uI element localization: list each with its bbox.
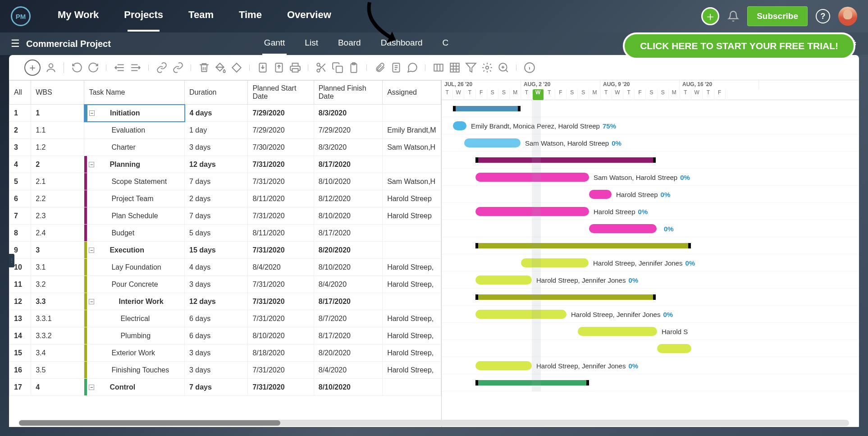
table-row[interactable]: 11−Initiation4 days7/29/20208/3/2020 <box>9 105 441 122</box>
gantt-bar[interactable]: Emily Brandt, Monica Perez, Harold Stree… <box>453 121 466 130</box>
attachment-icon[interactable] <box>374 62 386 73</box>
gantt-bar[interactable] <box>453 106 521 111</box>
add-task-button[interactable]: ＋ <box>24 60 41 76</box>
link-icon[interactable] <box>156 62 168 73</box>
gantt-bar[interactable]: Harold Streep0% <box>589 190 612 199</box>
table-row[interactable]: 42−Planning12 days7/31/20208/17/2020 <box>9 156 441 173</box>
table-row[interactable]: 174−Control7 days7/31/20208/10/2020 <box>9 379 441 396</box>
zoom-fit-icon[interactable] <box>433 62 444 73</box>
table-row[interactable]: 52.1Scope Statement7 days7/31/20208/10/2… <box>9 173 441 190</box>
col-planned-start-date[interactable]: Planned Start Date <box>248 81 314 105</box>
gantt-bar[interactable]: Harold S <box>578 327 657 336</box>
gantt-bar[interactable]: Harold Streep0% <box>475 207 589 216</box>
tab-gantt[interactable]: Gantt <box>264 38 285 50</box>
collapse-icon[interactable]: − <box>89 110 95 116</box>
gantt-bar[interactable] <box>475 157 656 163</box>
export-icon[interactable] <box>273 62 285 73</box>
horizontal-scrollbar[interactable] <box>19 420 442 426</box>
nav-team[interactable]: Team <box>188 9 214 23</box>
table-row[interactable]: 103.1Lay Foundation4 days8/4/20208/10/20… <box>9 259 441 276</box>
gantt-bar[interactable]: Harold Streep, Jennifer Jones0% <box>521 258 589 267</box>
paste-icon[interactable] <box>348 62 360 73</box>
tab-board[interactable]: Board <box>338 38 361 50</box>
table-row[interactable]: 72.3Plan Schedule7 days7/31/20208/10/202… <box>9 207 441 225</box>
paint-icon[interactable] <box>215 62 226 73</box>
user-icon[interactable] <box>45 62 57 73</box>
collapse-icon[interactable]: − <box>89 299 94 304</box>
table-row[interactable]: 153.4Exterior Work3 days8/18/20208/20/20… <box>9 344 441 362</box>
table-row[interactable]: 21.1Evaluation1 day7/29/20207/29/2020Emi… <box>9 122 441 139</box>
svg-rect-3 <box>292 69 298 72</box>
collapse-icon[interactable]: − <box>89 248 94 253</box>
gantt-row: Harold Streep, Jennifer Jones0% <box>442 254 859 271</box>
user-avatar[interactable] <box>838 7 857 26</box>
cta-banner[interactable]: CLICK HERE TO START YOUR FREE TRIAL! <box>623 32 855 60</box>
grid-icon[interactable] <box>449 62 461 73</box>
notifications-icon[interactable] <box>727 10 739 22</box>
table-row[interactable]: 123.3−Interior Work12 days7/31/20208/17/… <box>9 293 441 310</box>
gantt-bar[interactable] <box>475 380 589 386</box>
gantt-row <box>442 100 859 117</box>
gantt-label: Harold Streep, Jennifer Jones0% <box>536 276 638 284</box>
gantt-bar[interactable]: 0% <box>589 224 657 233</box>
table-row[interactable]: 113.2Pour Concrete3 days7/31/20208/4/202… <box>9 276 441 293</box>
col-duration[interactable]: Duration <box>185 81 248 105</box>
quick-add-button[interactable]: ＋ <box>701 7 719 25</box>
gantt-bar[interactable]: Sam Watson, Harold Streep0% <box>464 138 521 147</box>
col-planned-finish-date[interactable]: Planned Finish Date <box>314 81 382 105</box>
info-icon[interactable] <box>524 62 535 73</box>
unlink-icon[interactable] <box>172 62 184 73</box>
trash-icon[interactable] <box>198 62 210 73</box>
undo-icon[interactable] <box>71 62 83 73</box>
col-task-name[interactable]: Task Name <box>84 81 185 105</box>
redo-icon[interactable] <box>87 62 99 73</box>
gantt-bar[interactable]: Harold Streep, Jennifer Jones0% <box>475 310 566 319</box>
app-logo[interactable]: PM <box>11 6 31 26</box>
hamburger-icon[interactable]: ☰ <box>11 38 20 50</box>
print-icon[interactable] <box>289 62 301 73</box>
table-row[interactable]: 93−Execution15 days7/31/20208/20/2020 <box>9 242 441 259</box>
gantt-bar[interactable] <box>657 344 691 353</box>
gantt-row: Harold Streep, Jennifer Jones0% <box>442 271 859 289</box>
gantt-bar[interactable]: Sam Watson, Harold Streep0% <box>475 173 589 182</box>
collapse-icon[interactable]: − <box>89 385 94 390</box>
nav-time[interactable]: Time <box>239 9 262 23</box>
milestone-icon[interactable] <box>231 62 242 73</box>
col-all[interactable]: All <box>9 81 31 105</box>
tab-list[interactable]: List <box>305 38 318 50</box>
col-wbs[interactable]: WBS <box>31 81 84 105</box>
table-row[interactable]: 133.3.1Electrical6 days7/31/20208/7/2020… <box>9 310 441 327</box>
nav-projects[interactable]: Projects <box>124 9 163 23</box>
task-grid[interactable]: AllWBSTask NameDurationPlanned Start Dat… <box>9 80 442 427</box>
notes-icon[interactable] <box>390 62 402 73</box>
table-row[interactable]: 62.2Project Team2 days8/11/20208/12/2020… <box>9 190 441 207</box>
zoom-icon[interactable] <box>498 62 509 73</box>
table-row[interactable]: 143.3.2Plumbing6 days8/10/20208/17/2020H… <box>9 327 441 344</box>
top-nav: PM My WorkProjectsTeamTimeOverview ＋ Sub… <box>0 0 868 32</box>
gantt-row: 0% <box>442 220 859 237</box>
import-icon[interactable] <box>257 62 269 73</box>
gantt-bar[interactable] <box>475 294 656 300</box>
splitter-handle[interactable]: ⋮ <box>9 254 14 267</box>
nav-overview[interactable]: Overview <box>287 9 331 23</box>
cut-icon[interactable] <box>315 62 327 73</box>
comment-icon[interactable] <box>407 62 418 73</box>
table-row[interactable]: 82.4Budget5 days8/11/20208/17/2020 <box>9 225 441 242</box>
subscribe-button[interactable]: Subscribe <box>747 6 808 26</box>
nav-my-work[interactable]: My Work <box>58 9 99 23</box>
collapse-icon[interactable]: − <box>89 162 94 167</box>
table-row[interactable]: 31.2Charter3 days7/30/20208/3/2020Sam Wa… <box>9 139 441 156</box>
gantt-bar[interactable]: Harold Streep, Jennifer Jones0% <box>475 275 532 285</box>
gantt-chart[interactable]: JUL, 26 '20AUG, 2 '20AUG, 9 '20AUG, 16 '… <box>442 80 859 427</box>
table-row[interactable]: 163.5Finishing Touches3 days7/31/20208/4… <box>9 362 441 379</box>
outdent-icon[interactable] <box>114 62 125 73</box>
gantt-bar[interactable]: Harold Streep, Jennifer Jones0% <box>475 361 532 370</box>
help-icon[interactable]: ? <box>816 9 830 23</box>
gantt-bar[interactable] <box>475 243 691 248</box>
copy-icon[interactable] <box>332 62 343 73</box>
tab-c[interactable]: C <box>443 38 449 50</box>
filter-icon[interactable] <box>465 62 477 73</box>
gear-icon[interactable] <box>481 62 493 73</box>
col-assigned[interactable]: Assigned <box>383 81 441 105</box>
indent-icon[interactable] <box>130 62 142 73</box>
